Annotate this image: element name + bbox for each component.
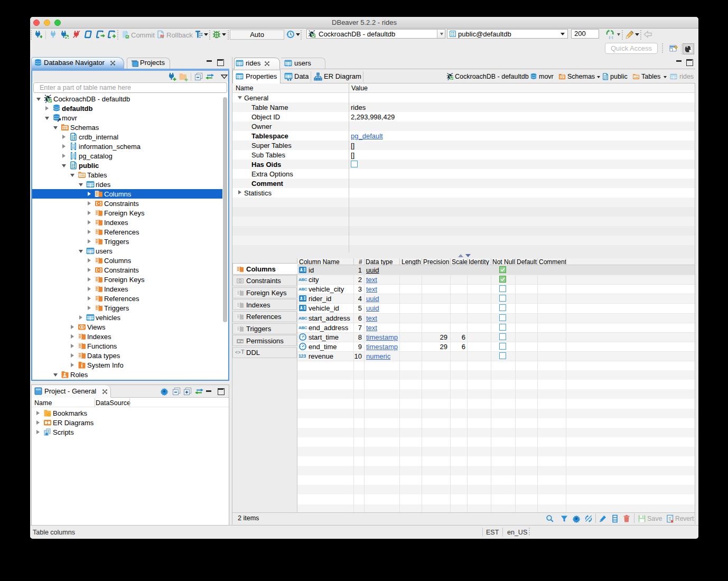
svg-text:(-): (-) — [609, 35, 613, 39]
